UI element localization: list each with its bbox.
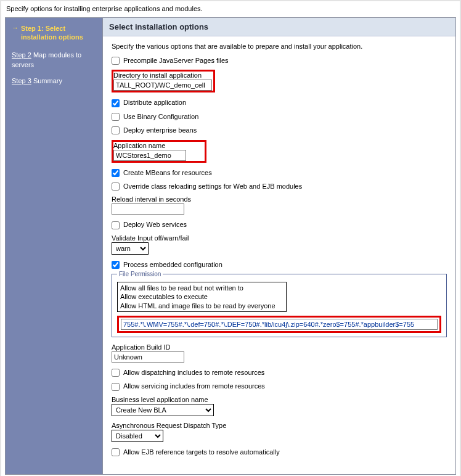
step3-link[interactable]: Step 3 Summary	[12, 76, 96, 86]
step1-current: Step 1: Select installation options	[21, 24, 96, 42]
arrow-right-icon: →	[12, 24, 18, 31]
create-mbeans-label: Create MBeans for resources	[123, 168, 212, 178]
deploy-ws-label: Deploy Web services	[123, 220, 187, 229]
allow-dispatch-label: Allow dispatching includes to remote res…	[123, 368, 264, 377]
reload-interval-label: Reload interval in seconds	[112, 195, 447, 203]
validate-select[interactable]: warn	[112, 242, 149, 255]
install-dir-input[interactable]	[113, 80, 212, 91]
file-perm-opt1[interactable]: Allow all files to be read but not writt…	[120, 284, 284, 292]
file-permission-string-input[interactable]	[121, 319, 438, 330]
install-dir-label: Directory to install application	[113, 72, 212, 79]
override-reload-label: Override class reloading settings for We…	[123, 182, 302, 191]
precompile-checkbox[interactable]	[112, 57, 120, 65]
appname-highlight: Application name	[112, 140, 206, 163]
step2-link[interactable]: Step 2 Map modules to servers	[12, 51, 96, 70]
override-reload-checkbox[interactable]	[112, 183, 120, 191]
step3-link-label: Step 3	[12, 76, 31, 85]
build-id-input[interactable]	[112, 351, 184, 363]
validate-label: Validate Input off/warn/fail	[112, 234, 447, 242]
install-dir-highlight: Directory to install application	[112, 70, 215, 92]
deploy-ejb-checkbox[interactable]	[112, 126, 120, 134]
async-select[interactable]: Disabled	[112, 430, 163, 442]
file-permission-fieldset: File Permission Allow all files to be re…	[112, 274, 447, 337]
intro-text: Specify the various options that are ava…	[112, 43, 447, 50]
file-permission-string-highlight	[117, 316, 441, 333]
allow-service-label: Allow servicing includes from remote res…	[123, 382, 265, 391]
step3-link-rest: Summary	[33, 77, 62, 84]
appname-label: Application name	[113, 142, 186, 149]
allow-ejb-ref-label: Allow EJB reference targets to resolve a…	[123, 448, 280, 457]
page-description: Specify options for installing enterpris…	[1, 1, 460, 16]
precompile-label: Precompile JavaServer Pages files	[123, 56, 229, 65]
wizard-sidebar: → Step 1: Select installation options St…	[6, 18, 103, 474]
allow-dispatch-checkbox[interactable]	[112, 369, 120, 377]
distribute-checkbox[interactable]	[112, 99, 120, 107]
file-perm-opt3[interactable]: Allow HTML and image files to be read by…	[120, 302, 284, 310]
deploy-ejb-label: Deploy enterprise beans	[123, 126, 197, 135]
deploy-ws-checkbox[interactable]	[112, 221, 120, 229]
bla-select[interactable]: Create New BLA	[112, 404, 214, 416]
create-mbeans-checkbox[interactable]	[112, 169, 120, 177]
async-label: Asynchronous Request Dispatch Type	[112, 422, 447, 429]
allow-ejb-ref-checkbox[interactable]	[112, 448, 120, 456]
use-binary-label: Use Binary Configuration	[123, 112, 198, 121]
reload-interval-input[interactable]	[112, 203, 184, 215]
process-embedded-checkbox[interactable]	[112, 261, 120, 269]
file-perm-opt2[interactable]: Allow executables to execute	[120, 292, 284, 301]
panel-title: Select installation options	[103, 18, 455, 36]
use-binary-checkbox[interactable]	[112, 113, 120, 121]
appname-input[interactable]	[113, 150, 186, 161]
step2-link-label: Step 2	[12, 51, 31, 59]
process-embedded-label: Process embedded configuration	[123, 260, 222, 269]
bla-label: Business level application name	[112, 396, 447, 403]
distribute-label: Distribute application	[123, 98, 186, 107]
file-permission-list[interactable]: Allow all files to be read but not writt…	[117, 282, 287, 312]
build-id-label: Application Build ID	[112, 343, 447, 351]
main-panel: Select installation options Specify the …	[103, 18, 455, 474]
allow-service-checkbox[interactable]	[112, 383, 120, 391]
file-permission-legend: File Permission	[117, 271, 163, 277]
